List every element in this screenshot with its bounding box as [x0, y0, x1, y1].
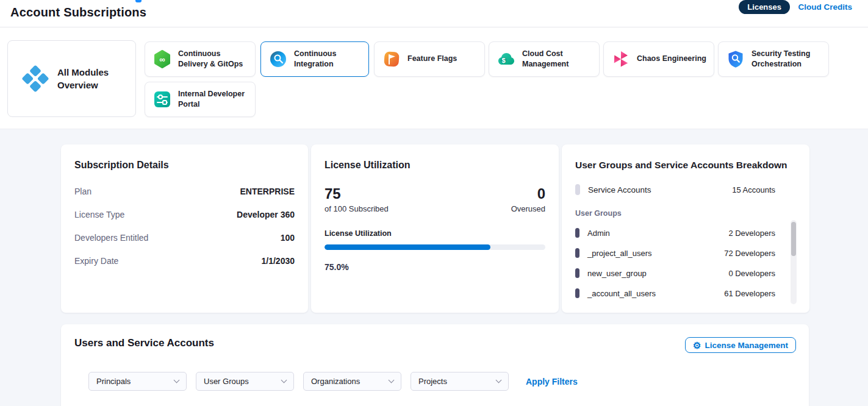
dropdown-label: User Groups [204, 377, 249, 386]
user-group-value: 72 Developers [724, 249, 775, 258]
chaos-icon [611, 49, 631, 69]
chevron-down-icon [496, 377, 502, 383]
sto-icon [726, 49, 745, 69]
user-groups-heading: User Groups [575, 209, 796, 218]
user-group-value: 0 Developers [728, 269, 775, 278]
user-group-row: _project_all_users 72 Developers [575, 248, 796, 258]
users-service-accounts-card: Users and Service Accounts ⚙ License Man… [61, 324, 809, 406]
row-value: ENTERPRISE [240, 187, 295, 196]
row-label: Plan [74, 187, 91, 196]
user-group-name: _account_all_users [587, 289, 656, 298]
license-management-label: License Management [705, 341, 788, 350]
subscribed-stat: 75 of 100 Subscribed [325, 185, 389, 213]
module-card-label: Internal Developer Portal [178, 89, 250, 110]
license-utilization-card: License Utilization 75 of 100 Subscribed… [311, 144, 559, 313]
breakdown-title: User Groups and Service Accounts Breakdo… [575, 160, 796, 171]
utilization-bar-label: License Utilization [325, 229, 545, 238]
subscription-row-developers-entitled: Developers Entitled 100 [74, 233, 295, 243]
cloud-credits-tab[interactable]: Cloud Credits [798, 2, 852, 12]
all-modules-icon [21, 65, 49, 93]
subscribed-count: 75 [325, 185, 389, 202]
page-title: Account Subscriptions [10, 5, 146, 20]
user-group-value: 2 Developers [728, 229, 775, 238]
user-group-name: new_user_group [587, 269, 647, 278]
module-card-cd-gitops[interactable]: ∞ Continuous Delivery & GitOps [145, 41, 256, 77]
module-card-security-testing[interactable]: Security Testing Orchestration [718, 41, 829, 77]
apply-filters-link[interactable]: Apply Filters [526, 377, 578, 386]
license-utilization-title: License Utilization [325, 160, 545, 171]
subscription-row-license-type: License Type Developer 360 [74, 210, 295, 219]
dropdown-label: Principals [96, 377, 131, 386]
row-label: Expiry Date [74, 256, 118, 266]
breakdown-card: User Groups and Service Accounts Breakdo… [562, 144, 809, 313]
all-modules-overview-card[interactable]: All Modules Overview [7, 40, 136, 117]
cd-gitops-icon: ∞ [152, 49, 172, 69]
user-group-marker-icon [575, 248, 579, 258]
idp-icon [152, 90, 172, 109]
module-card-chaos-engineering[interactable]: Chaos Engineering [603, 41, 714, 77]
dropdown-label: Projects [418, 377, 447, 386]
module-card-internal-developer-portal[interactable]: Internal Developer Portal [145, 82, 256, 117]
subscribed-caption: of 100 Subscribed [325, 204, 389, 213]
user-groups-scrollbar[interactable] [791, 220, 797, 304]
users-section-title: Users and Service Accounts [74, 337, 214, 349]
subscription-details-card: Subscription Details Plan ENTERPRISE Lic… [61, 144, 308, 313]
row-value: 1/1/2030 [262, 256, 295, 266]
service-accounts-row: Service Accounts 15 Accounts [575, 184, 796, 195]
user-group-row: Admin 2 Developers [575, 228, 796, 238]
module-selector-band: All Modules Overview ∞ Continuous Delive… [0, 27, 868, 129]
progress-fill [325, 244, 490, 250]
all-modules-label: All Modules Overview [57, 66, 131, 91]
user-group-row: _account_all_users 61 Developers [575, 288, 796, 298]
user-group-marker-icon [575, 228, 579, 238]
dropdown-label: Organizations [311, 377, 360, 386]
organizations-dropdown[interactable]: Organizations [303, 372, 401, 391]
top-header: Account Subscriptions Licenses Cloud Cre… [0, 0, 868, 27]
chevron-down-icon [281, 377, 287, 383]
chevron-down-icon [389, 377, 395, 383]
user-group-row: new_user_group 0 Developers [575, 268, 796, 278]
service-accounts-marker-icon [575, 184, 580, 195]
service-accounts-value: 15 Accounts [732, 185, 775, 194]
module-card-feature-flags[interactable]: Feature Flags [374, 41, 485, 77]
user-groups-dropdown[interactable]: User Groups [196, 372, 294, 391]
principals-dropdown[interactable]: Principals [88, 372, 187, 391]
module-card-label: Feature Flags [407, 54, 457, 65]
svg-text:$: $ [501, 57, 505, 64]
module-card-label: Chaos Engineering [637, 54, 706, 65]
subscription-details-title: Subscription Details [74, 160, 295, 171]
user-group-marker-icon [575, 268, 579, 278]
license-management-button[interactable]: ⚙ License Management [685, 337, 796, 353]
ci-icon [268, 49, 288, 69]
cloud-cost-icon: $ [497, 49, 516, 69]
utilization-percent: 75.0% [325, 262, 545, 272]
gear-icon: ⚙ [693, 341, 701, 350]
user-group-value: 61 Developers [724, 289, 775, 298]
content-area: Subscription Details Plan ENTERPRISE Lic… [0, 129, 868, 406]
module-card-label: Security Testing Orchestration [751, 49, 823, 70]
row-label: Developers Entitled [74, 233, 148, 243]
utilization-progress-track [325, 244, 545, 250]
projects-dropdown[interactable]: Projects [411, 372, 509, 391]
licenses-tab[interactable]: Licenses [739, 0, 790, 14]
row-value: 100 [281, 233, 295, 243]
row-value: Developer 360 [237, 210, 295, 219]
user-group-name: Admin [587, 229, 610, 238]
module-card-label: Cloud Cost Management [522, 49, 594, 70]
module-card-continuous-integration[interactable]: Continuous Integration [260, 41, 369, 77]
row-label: License Type [74, 210, 124, 219]
utilization-stats: 75 of 100 Subscribed 0 Overused [325, 185, 545, 213]
overused-count: 0 [511, 185, 545, 202]
subscription-row-plan: Plan ENTERPRISE [74, 187, 295, 196]
overused-stat: 0 Overused [511, 185, 545, 213]
module-card-cloud-cost[interactable]: $ Cloud Cost Management [489, 41, 600, 77]
chevron-down-icon [174, 377, 180, 383]
scrollbar-thumb[interactable] [791, 222, 796, 256]
feature-flags-icon [382, 49, 401, 69]
user-group-name: _project_all_users [587, 249, 652, 258]
svg-text:∞: ∞ [159, 55, 165, 64]
filters-row: Principals User Groups Organizations Pro… [88, 372, 578, 391]
user-group-marker-icon [575, 288, 579, 298]
overused-caption: Overused [511, 204, 545, 213]
truncated-breadcrumb-remnant [135, 0, 142, 2]
